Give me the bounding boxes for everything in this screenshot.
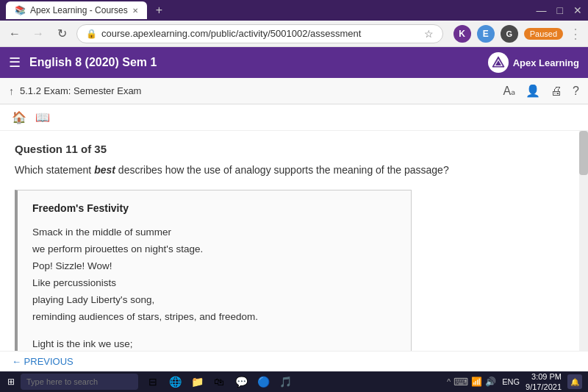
browser-menu-button[interactable]: ⋮ <box>569 26 582 42</box>
taskbar-system-icons: ^ ⌨ 📶 🔊 <box>447 376 496 388</box>
book-icon[interactable]: 📖 <box>35 110 50 124</box>
sub-header: ↑ 5.1.2 Exam: Semester Exam Aₐ 👤 🖨 ? <box>0 78 588 104</box>
back-button[interactable]: ← <box>6 25 24 43</box>
tab-title: Apex Learning - Courses <box>30 5 128 15</box>
tab-close-button[interactable]: ✕ <box>132 7 138 15</box>
reload-button[interactable]: ↻ <box>53 25 71 43</box>
bottom-nav: ← PREVIOUS <box>0 351 588 371</box>
taskbar-apps: ⊟ 🌐 📁 🛍 💬 🔵 🎵 <box>143 373 295 391</box>
keyboard-icon: ⌨ <box>453 376 468 388</box>
browser-tab[interactable]: 📚 Apex Learning - Courses ✕ <box>6 1 147 19</box>
apex-logo: Apex Learning <box>488 52 579 73</box>
forward-button[interactable]: → <box>29 25 47 43</box>
network-icon: 📶 <box>471 377 482 387</box>
taskbar-language[interactable]: ENG <box>502 377 520 386</box>
taskbar-app-edge[interactable]: 🌐 <box>165 373 185 391</box>
notification-icon: 🔔 <box>570 378 579 386</box>
windows-icon: ⊞ <box>7 377 15 387</box>
main-content: Question 11 of 35 Which statement best d… <box>0 131 588 371</box>
taskbar-app-explorer[interactable]: 📁 <box>187 373 207 391</box>
taskbar: ⊞ ⊟ 🌐 📁 🛍 💬 🔵 🎵 ^ ⌨ 📶 🔊 ENG 3:09 PM 9/17… <box>0 371 588 392</box>
new-tab-button[interactable]: + <box>156 4 162 17</box>
taskbar-clock[interactable]: 3:09 PM 9/17/2021 <box>526 371 562 392</box>
print-icon[interactable]: 🖨 <box>551 85 562 98</box>
passage-line: Like percussionists <box>32 275 396 292</box>
question-text-part1: Which statement <box>15 164 94 176</box>
language-label: ENG <box>502 377 520 386</box>
paused-button[interactable]: Paused <box>524 28 563 40</box>
taskbar-chevron-icon[interactable]: ^ <box>447 377 451 386</box>
browser-titlebar: 📚 Apex Learning - Courses ✕ + — □ ✕ <box>0 0 588 21</box>
previous-label: ← PREVIOUS <box>12 356 74 367</box>
browser-extensions: K E G Paused ⋮ <box>453 25 582 43</box>
exam-title: 5.1.2 Exam: Semester Exam <box>20 85 497 96</box>
passage-line: playing Lady Liberty's song, <box>32 292 396 309</box>
sub-header-tools: Aₐ 👤 🖨 ? <box>503 84 579 98</box>
question-text-part2: describes how the use of analogy support… <box>115 164 449 176</box>
clock-date: 9/17/2021 <box>526 382 562 392</box>
passage-line: reminding audiences of stars, stripes, a… <box>32 309 396 326</box>
passage-line: Pop! Sizzle! Wow! <box>32 258 396 275</box>
volume-icon: 🔊 <box>485 377 496 387</box>
address-bar-icons: ☆ <box>424 28 434 40</box>
maximize-button[interactable]: □ <box>557 4 563 16</box>
apex-logo-icon <box>488 52 509 73</box>
close-button[interactable]: ✕ <box>573 4 582 16</box>
taskbar-app-chrome[interactable]: 🔵 <box>253 373 273 391</box>
back-to-course-icon[interactable]: ↑ <box>9 85 14 97</box>
clock-time: 3:09 PM <box>526 371 562 382</box>
previous-button[interactable]: ← PREVIOUS <box>12 356 74 367</box>
taskbar-app-store[interactable]: 🛍 <box>209 373 229 391</box>
extension-g[interactable]: G <box>501 25 518 43</box>
question-header: Question 11 of 35 <box>15 143 573 155</box>
taskbar-search[interactable] <box>21 374 138 390</box>
apex-logo-text: Apex Learning <box>513 57 579 68</box>
scrollbar-track[interactable] <box>579 131 588 371</box>
app-title: English 8 (2020) Sem 1 <box>29 56 479 69</box>
minimize-button[interactable]: — <box>537 4 547 16</box>
taskbar-app-teams[interactable]: 💬 <box>231 373 251 391</box>
passage-line: Smack in the middle of summer <box>32 224 396 241</box>
hamburger-menu-icon[interactable]: ☰ <box>9 54 21 71</box>
scrollbar-thumb[interactable] <box>579 131 588 175</box>
start-button[interactable]: ⊞ <box>3 375 19 388</box>
passage-body: Smack in the middle of summer we perform… <box>32 224 396 371</box>
passage-stanza-1: Smack in the middle of summer we perform… <box>32 224 396 326</box>
question-text-bold: best <box>94 164 115 176</box>
help-icon[interactable]: ? <box>573 85 579 98</box>
taskbar-system-area: ^ ⌨ 📶 🔊 ENG 3:09 PM 9/17/2021 🔔 <box>447 371 585 392</box>
address-bar[interactable]: 🔒 course.apexlearning.com/public/activit… <box>76 24 443 43</box>
passage-line: we perform pirouettes on night's stage. <box>32 241 396 258</box>
translate-icon[interactable]: Aₐ <box>503 84 515 98</box>
taskbar-app-spotify[interactable]: 🎵 <box>275 373 295 391</box>
notification-button[interactable]: 🔔 <box>567 374 582 389</box>
passage-title: Freedom's Festivity <box>32 202 396 214</box>
app-header: ☰ English 8 (2020) Sem 1 Apex Learning <box>0 47 588 78</box>
tab-favicon: 📚 <box>15 5 26 15</box>
window-controls: — □ ✕ <box>537 4 582 16</box>
taskbar-app-taskview[interactable]: ⊟ <box>143 373 163 391</box>
passage-box: Freedom's Festivity Smack in the middle … <box>15 190 412 371</box>
question-text: Which statement best describes how the u… <box>15 163 573 178</box>
toolbar: 🏠 📖 <box>0 104 588 131</box>
extension-k[interactable]: K <box>453 25 471 43</box>
security-lock-icon: 🔒 <box>86 29 97 39</box>
home-icon[interactable]: 🏠 <box>12 110 26 124</box>
browser-addressbar: ← → ↻ 🔒 course.apexlearning.com/public/a… <box>0 21 588 47</box>
person-icon[interactable]: 👤 <box>526 84 540 98</box>
extension-e[interactable]: E <box>477 25 495 43</box>
url-text: course.apexlearning.com/public/activity/… <box>101 28 361 39</box>
bookmark-icon[interactable]: ☆ <box>424 28 434 40</box>
